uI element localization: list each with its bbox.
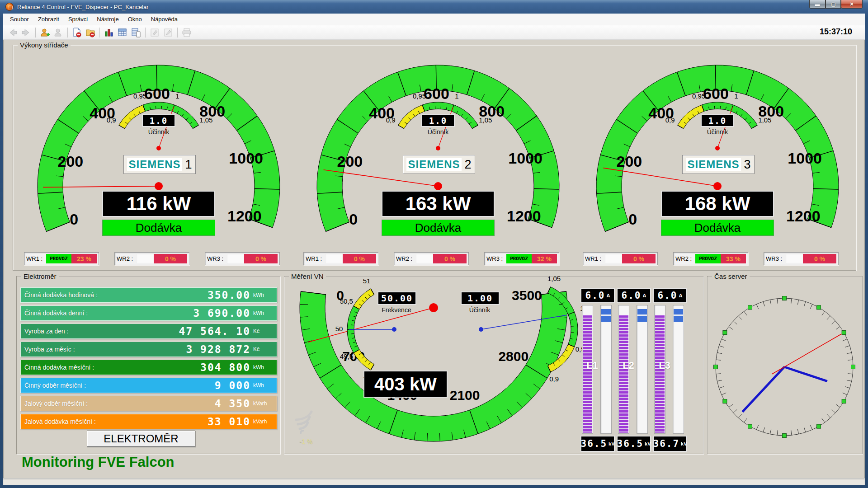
elektromer-button[interactable]: ELEKTROMĚR [87,431,195,447]
svg-text:1,05: 1,05 [479,116,492,124]
phase-label: L2 [618,360,638,371]
report-icon[interactable] [129,26,143,39]
inverter-button-1[interactable]: SIEMENS 1 [123,155,196,174]
toolbar: 15:37:10 [3,25,865,40]
back-icon[interactable] [6,26,19,39]
document-stop-icon[interactable] [70,26,84,39]
pf-display-1: 1.0 [142,114,175,127]
wr-indicator: WR2 :0 % [114,252,189,265]
inverter-button-2[interactable]: SIEMENS 2 [403,155,475,174]
window-title: Reliance 4 Control - FVE_Dispecer - PC_K… [17,4,148,10]
toolbar-clock: 15:37:10 [820,27,852,37]
wr-indicator: WR3 :0 % [205,252,280,265]
meter-row: Činná dodávka denní :3 690.00kWh [20,305,277,321]
svg-text:1: 1 [455,92,458,100]
svg-text:51: 51 [363,277,371,285]
voltage-slider-l1 [600,305,612,434]
voltage-display-l2: 36.5kV [617,436,651,452]
pf-display-2: 1.0 [421,114,455,127]
svg-text:0,9: 0,9 [386,116,396,124]
inverters-panel: Výkony střídače 0200400600800100012000,9… [13,45,856,271]
svg-text:0,95: 0,95 [692,92,705,100]
menu-spravci[interactable]: Správci [64,14,92,24]
pf-display-3: 1.0 [701,114,734,127]
inverter-number: 1 [185,158,192,172]
current-display-l3: 6.0A [653,288,687,303]
power-display-2: 163 kW [382,191,495,217]
svg-text:0,95: 0,95 [133,92,146,100]
signal-percent: -1 % [292,438,320,445]
edit2-icon[interactable] [161,26,175,39]
svg-text:3500: 3500 [512,288,542,303]
svg-text:200: 200 [58,153,84,170]
svg-text:1000: 1000 [229,150,263,167]
clock-panel: Čas server [707,276,863,454]
status-badge-2: Dodávka [382,220,495,236]
phase-label: L1 [582,360,602,371]
wr-status-group-2: WR1 :0 % WR2 :0 % WR3 :PROVOZ32 % [303,252,559,265]
status-strip [3,479,865,485]
wr-indicator: WR2 :0 % [394,252,469,265]
svg-text:0: 0 [349,211,358,228]
toolbar-separator [67,28,68,38]
meter-panel: Elektroměr Činná dodávka hodinová :350.0… [16,276,280,454]
folder-stop-icon[interactable] [84,26,97,39]
app-window: Reliance 4 Control - FVE_Dispecer - PC_K… [0,0,868,488]
svg-text:1,05: 1,05 [547,277,561,282]
svg-text:600: 600 [703,85,729,102]
menu-napoveda[interactable]: Nápověda [147,14,182,24]
status-badge-3: Dodávka [661,220,774,236]
menu-nastroje[interactable]: Nástroje [93,14,123,24]
voltage-slider-l3 [673,305,684,434]
svg-text:50: 50 [335,325,343,333]
svg-text:600: 600 [144,85,170,102]
minimize-button[interactable]: ▬ [809,0,826,9]
chart-icon[interactable] [102,26,116,39]
current-bar-l3: L3 [654,305,665,434]
meter-row: Jalová dodávka měsíční :33 010kVarh [20,414,277,429]
wr-indicator: WR1 :PROVOZ23 % [24,252,99,265]
titlebar[interactable]: Reliance 4 Control - FVE_Dispecer - PC_K… [0,0,868,14]
inverter-number: 2 [465,158,472,172]
svg-text:200: 200 [337,153,363,170]
status-badge-1: Dodávka [102,220,215,236]
voltage-display-l3: 36.7kV [653,436,687,452]
frequency-display: 50.00 [377,291,416,305]
svg-text:0: 0 [628,211,637,228]
printer-icon[interactable] [180,26,193,39]
svg-text:200: 200 [617,153,642,170]
table-icon[interactable] [116,26,129,39]
user-logout-icon[interactable] [52,26,65,39]
toolbar-separator [145,28,146,38]
svg-text:2100: 2100 [450,388,480,403]
svg-text:0,9: 0,9 [549,375,559,383]
toolbar-separator [99,28,100,38]
wr-status-group-3: WR1 :0 % WR2 :PROVOZ33 % WR3 :0 % [583,252,839,265]
vn-pf-caption: Účinník [453,306,507,314]
svg-text:49,5: 49,5 [340,352,353,360]
app-icon [5,3,14,11]
current-display-l1: 6.0A [580,288,615,303]
svg-text:2800: 2800 [498,349,528,364]
menu-soubor[interactable]: Soubor [6,14,33,24]
svg-text:1: 1 [734,92,738,100]
svg-text:1,05: 1,05 [758,116,771,124]
svg-text:600: 600 [424,85,449,102]
svg-text:0: 0 [70,211,78,228]
forward-icon[interactable] [19,26,33,39]
close-button[interactable]: ✕ [841,0,863,9]
user-login-icon[interactable] [38,26,52,39]
maximize-button[interactable]: ▢ [826,0,841,9]
meter-row: Činná dodávka měsíční :304 800kWh [20,360,277,375]
edit-icon[interactable] [148,26,161,39]
menu-zobrazit[interactable]: Zobrazit [34,14,63,24]
inverter-gauge-3: 0200400600800100012000,90,9511,05 1.0 Úč… [591,45,844,258]
meter-row: Činná dodávka hodinová :350.00kWh [20,287,277,303]
meter-row: Vyroba za měsíc :3 928 872Kč [20,342,277,357]
svg-text:1200: 1200 [507,207,541,225]
svg-text:1200: 1200 [227,207,262,225]
inverter-gauge-2: 0200400600800100012000,90,9511,05 1.0 Úč… [311,45,565,258]
wr-indicator: WR2 :PROVOZ33 % [673,252,748,265]
menu-okno[interactable]: Okno [124,14,146,24]
inverter-button-3[interactable]: SIEMENS 3 [682,155,755,174]
